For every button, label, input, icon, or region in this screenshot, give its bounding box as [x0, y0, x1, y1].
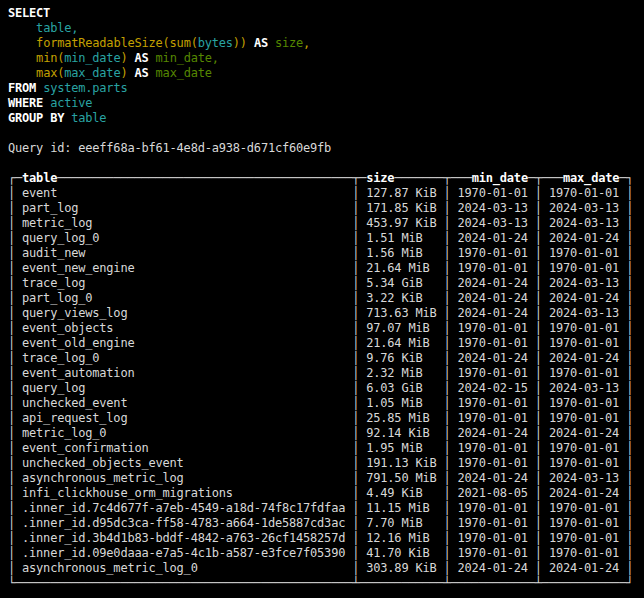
- result-row: │ infi_clickhouse_orm_migrations │ 4.49 …: [8, 486, 640, 501]
- result-row: │ trace_log_0 │ 9.76 KiB │ 2024-01-24 │ …: [8, 351, 640, 366]
- sql-line: WHERE active: [8, 96, 640, 111]
- result-row: │ query_views_log │ 713.63 MiB │ 2024-01…: [8, 306, 640, 321]
- result-row: │ query_log_0 │ 1.51 MiB │ 2024-01-24 │ …: [8, 231, 640, 246]
- result-row: │ audit_new │ 1.56 MiB │ 1970-01-01 │ 19…: [8, 246, 640, 261]
- sql-line: table,: [8, 21, 640, 36]
- result-row: │ metric_log │ 453.97 KiB │ 2024-03-13 │…: [8, 216, 640, 231]
- sql-line: min(min_date) AS min_date,: [8, 51, 640, 66]
- result-row: │ event │ 127.87 KiB │ 1970-01-01 │ 1970…: [8, 186, 640, 201]
- query-id-text: Query id: eeeff68a-bf61-4e8d-a938-d671cf…: [8, 141, 331, 155]
- result-row: │ event_old_engine │ 21.64 MiB │ 1970-01…: [8, 336, 640, 351]
- result-row: │ .inner_id.d95dc3ca-ff58-4783-a664-1de5…: [8, 516, 640, 531]
- sql-line: SELECT: [8, 6, 640, 21]
- result-row: │ asynchronous_metric_log │ 791.50 MiB │…: [8, 471, 640, 486]
- result-table-bottom-border: └───────────────────────────────────────…: [8, 576, 640, 591]
- sql-line: GROUP BY table: [8, 111, 640, 126]
- result-row: │ .inner_id.3b4d1b83-bddf-4842-a763-26cf…: [8, 531, 640, 546]
- result-row: │ .inner_id.09e0daaa-e7a5-4c1b-a587-e3fc…: [8, 546, 640, 561]
- blank-line: [8, 126, 640, 141]
- result-row: │ api_request_log │ 25.85 MiB │ 1970-01-…: [8, 411, 640, 426]
- sql-line: max(max_date) AS max_date: [8, 66, 640, 81]
- result-row: │ event_objects │ 97.07 MiB │ 1970-01-01…: [8, 321, 640, 336]
- result-row: │ query_log │ 6.03 GiB │ 2024-02-15 │ 20…: [8, 381, 640, 396]
- result-table: ┌─table─────────────────────────────────…: [8, 171, 640, 591]
- result-row: │ part_log │ 171.85 KiB │ 2024-03-13 │ 2…: [8, 201, 640, 216]
- result-row: │ event_confirmation │ 1.95 MiB │ 1970-0…: [8, 441, 640, 456]
- result-row: │ asynchronous_metric_log_0 │ 303.89 KiB…: [8, 561, 640, 576]
- result-row: │ event_new_engine │ 21.64 MiB │ 1970-01…: [8, 261, 640, 276]
- sql-line: FROM system.parts: [8, 81, 640, 96]
- blank-line: [8, 156, 640, 171]
- query-id-line: Query id: eeeff68a-bf61-4e8d-a938-d671cf…: [8, 141, 640, 156]
- terminal-window: SELECT table, formatReadableSize(sum(byt…: [0, 0, 644, 598]
- sql-query-block: SELECT table, formatReadableSize(sum(byt…: [8, 6, 640, 126]
- result-row: │ .inner_id.7c4d677f-a7eb-4549-a18d-74f8…: [8, 501, 640, 516]
- result-row: │ event_automation │ 2.32 MiB │ 1970-01-…: [8, 366, 640, 381]
- result-row: │ metric_log_0 │ 92.14 KiB │ 2024-01-24 …: [8, 426, 640, 441]
- result-row: │ unchecked_objects_event │ 191.13 KiB │…: [8, 456, 640, 471]
- result-table-header: ┌─table─────────────────────────────────…: [8, 171, 640, 186]
- result-row: │ unchecked_event │ 1.05 MiB │ 1970-01-0…: [8, 396, 640, 411]
- sql-line: formatReadableSize(sum(bytes)) AS size,: [8, 36, 640, 51]
- result-row: │ part_log_0 │ 3.22 KiB │ 2024-01-24 │ 2…: [8, 291, 640, 306]
- result-row: │ trace_log │ 5.34 GiB │ 2024-01-24 │ 20…: [8, 276, 640, 291]
